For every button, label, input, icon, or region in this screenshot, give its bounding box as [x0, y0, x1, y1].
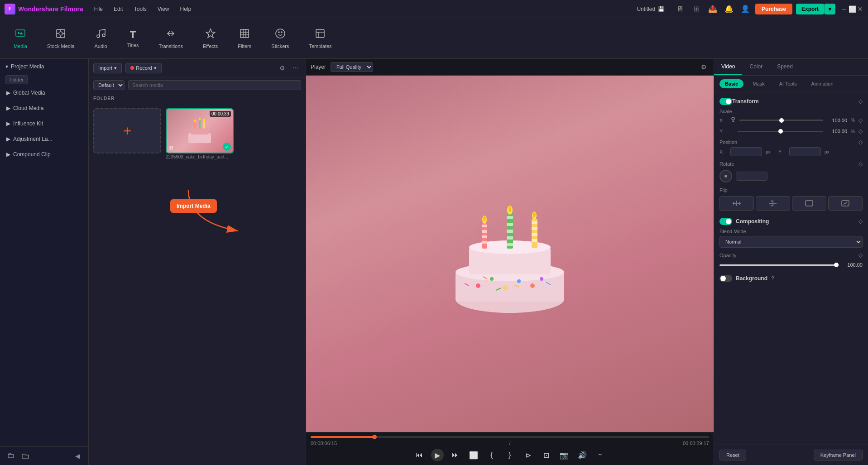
project-save-icon[interactable]: 💾	[658, 6, 665, 12]
tool-stock-media[interactable]: Stock Media	[43, 25, 79, 52]
background-help-icon[interactable]: ?	[771, 275, 774, 282]
menu-file[interactable]: File	[92, 4, 105, 14]
clip-in-icon[interactable]: ⊳	[522, 449, 534, 461]
bracket-left-icon[interactable]: {	[485, 449, 498, 461]
background-toggle[interactable]	[719, 275, 732, 282]
sidebar-project-media-header[interactable]: ▾ Project Media	[0, 59, 88, 74]
grid-icon[interactable]: ⊞	[690, 3, 703, 15]
scale-y-slider[interactable]	[738, 131, 823, 132]
import-media-overlay-button[interactable]: Import Media	[170, 199, 217, 213]
menu-tools[interactable]: Tools	[132, 4, 149, 14]
flip-vertical-button[interactable]	[756, 196, 790, 211]
more-icon[interactable]: ⋯	[290, 62, 301, 73]
flip-horizontal-button[interactable]	[719, 196, 754, 211]
sidebar-folder-label[interactable]: Folder	[5, 75, 28, 84]
opacity-label: Opacity	[719, 253, 736, 258]
screenshot-icon[interactable]: 📷	[558, 449, 571, 461]
position-x-input[interactable]: 0.00	[730, 147, 762, 156]
flip-corner-icon[interactable]	[828, 196, 863, 211]
media-sort-select[interactable]: Default	[93, 80, 125, 90]
tool-audio[interactable]: Audio	[90, 25, 112, 52]
quality-select[interactable]: Full Quality	[331, 62, 373, 72]
scale-x-slider[interactable]	[739, 120, 823, 121]
flip-rect-icon[interactable]	[792, 196, 826, 211]
sidebar-folder-icon[interactable]	[20, 451, 31, 461]
sidebar-item-cloud-media[interactable]: ▶ Cloud Media	[0, 101, 88, 116]
scale-link-icon[interactable]	[730, 116, 736, 125]
tool-templates-label: Templates	[309, 43, 331, 49]
position-y-input[interactable]: 0.00	[789, 147, 821, 156]
media-search-input[interactable]	[128, 80, 301, 90]
export-dropdown-button[interactable]: ▼	[824, 4, 835, 14]
transform-expand-icon[interactable]: ◇	[858, 98, 863, 105]
keyframe-panel-button[interactable]: Keyframe Panel	[814, 450, 863, 460]
minimize-button[interactable]: ─	[841, 6, 847, 12]
svg-rect-46	[482, 235, 487, 238]
waveform-icon[interactable]: ~	[594, 449, 607, 461]
scale-y-diamond[interactable]: ◇	[858, 128, 863, 134]
bell-icon[interactable]: 🔔	[723, 3, 735, 15]
tab-video[interactable]: Video	[714, 59, 742, 75]
sub-tab-ai-tools[interactable]: AI Tools	[774, 79, 802, 88]
right-panel: Video Color Speed Basic Mask AI Tools An…	[714, 59, 868, 465]
person-icon[interactable]: 👤	[739, 3, 752, 15]
filter-icon[interactable]: ⚙	[277, 62, 288, 73]
bracket-right-icon[interactable]: }	[504, 449, 516, 461]
menu-help[interactable]: Help	[178, 4, 193, 14]
prev-frame-button[interactable]: ⏮	[413, 449, 426, 461]
media-clip-thumb[interactable]: 00:00:39 ⊞ ✓	[166, 108, 234, 153]
share-icon[interactable]: 📤	[706, 3, 719, 15]
next-frame-button[interactable]: ⏭	[449, 449, 462, 461]
tab-color[interactable]: Color	[742, 59, 770, 75]
tab-speed[interactable]: Speed	[770, 59, 800, 75]
rotate-input[interactable]: 0.00°	[736, 172, 767, 181]
tool-filters[interactable]: Filters	[233, 25, 256, 52]
sidebar-collapse-icon[interactable]: ◀	[72, 451, 83, 461]
sidebar-add-folder-icon[interactable]	[5, 451, 16, 461]
menu-edit[interactable]: Edit	[112, 4, 125, 14]
sidebar-item-compound-clip[interactable]: ▶ Compound Clip	[0, 147, 88, 162]
tool-titles[interactable]: T Titles	[123, 26, 144, 51]
tool-stickers[interactable]: Stickers	[267, 25, 293, 52]
reset-button[interactable]: Reset	[719, 450, 746, 460]
tool-transitions[interactable]: Transitions	[154, 25, 187, 52]
progress-handle[interactable]	[372, 435, 377, 439]
scale-y-label: Y	[719, 129, 727, 134]
play-button[interactable]: ▶	[431, 449, 444, 461]
maximize-button[interactable]: ⬜	[849, 6, 855, 12]
compositing-toggle[interactable]	[719, 218, 732, 225]
tool-effects[interactable]: Effects	[198, 25, 222, 52]
record-button[interactable]: Record ▾	[125, 63, 161, 73]
fit-screen-icon[interactable]: ⊡	[540, 449, 552, 461]
position-diamond[interactable]: ◇	[858, 139, 863, 145]
tool-templates[interactable]: Templates	[304, 25, 336, 52]
sub-tab-animation[interactable]: Animation	[806, 79, 839, 88]
export-button[interactable]: Export	[796, 4, 824, 14]
stop-button[interactable]: ⬜	[467, 449, 480, 461]
blend-mode-select[interactable]: Normal	[719, 236, 863, 248]
close-button[interactable]: ✕	[857, 6, 863, 12]
progress-bar[interactable]	[311, 436, 709, 438]
rotate-wheel[interactable]	[719, 170, 732, 182]
blend-mode-label: Blend Mode	[719, 229, 863, 234]
clip-name: 2235503_cake_birthday_part...	[166, 154, 228, 159]
menu-view[interactable]: View	[156, 4, 171, 14]
sub-tab-mask[interactable]: Mask	[747, 79, 770, 88]
add-media-button[interactable]: +	[93, 108, 161, 153]
screen-icon[interactable]: 🖥	[674, 3, 686, 15]
sidebar-item-influence-kit[interactable]: ▶ Influence Kit	[0, 116, 88, 131]
opacity-diamond[interactable]: ◇	[858, 252, 863, 259]
sub-tab-basic[interactable]: Basic	[719, 79, 743, 88]
sidebar-item-global-media[interactable]: ▶ Global Media	[0, 85, 88, 101]
import-button[interactable]: Import ▾	[93, 63, 122, 73]
compositing-expand-icon[interactable]: ◇	[858, 218, 863, 225]
transform-toggle[interactable]	[719, 98, 732, 105]
purchase-button[interactable]: Purchase	[755, 4, 792, 14]
opacity-slider[interactable]	[719, 264, 839, 266]
preview-settings-icon[interactable]: ⚙	[698, 62, 709, 72]
tool-media[interactable]: Media	[9, 25, 32, 52]
volume-icon[interactable]: 🔊	[576, 449, 589, 461]
scale-x-diamond[interactable]: ◇	[858, 117, 863, 124]
sidebar-item-adjustment-layer[interactable]: ▶ Adjustment La...	[0, 131, 88, 147]
rotate-diamond[interactable]: ◇	[858, 161, 863, 167]
